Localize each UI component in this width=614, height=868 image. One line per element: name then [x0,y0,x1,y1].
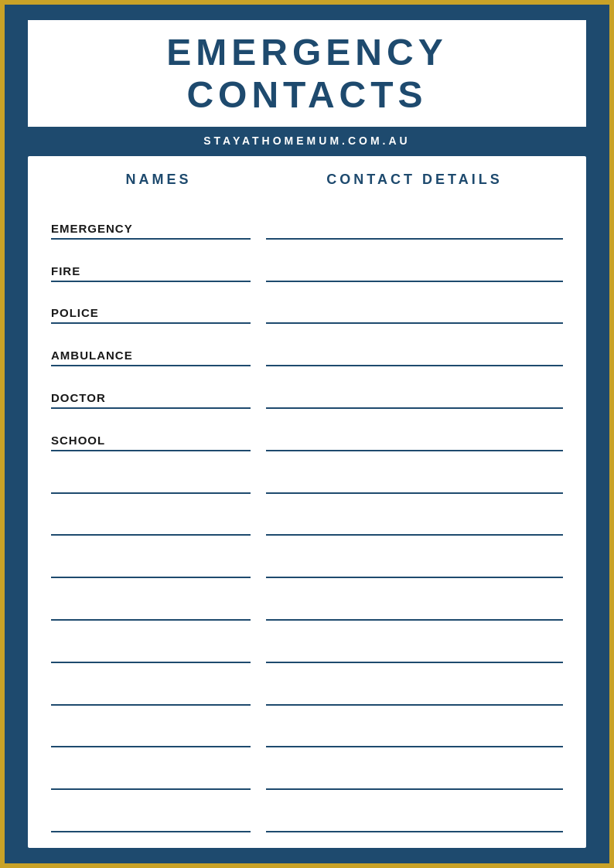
name-underline [51,831,251,832]
col-names-header: NAMES [51,172,266,188]
page-title: EMERGENCY CONTACTS [166,32,447,115]
subtitle: STAYATHOMEMUM.COM.AU [203,134,410,147]
name-cell: EMERGENCY [51,222,266,240]
name-cell: POLICE [51,306,266,324]
contact-row [51,451,563,494]
title-box: EMERGENCY CONTACTS [28,20,586,127]
name-cell: SCHOOL [51,434,266,451]
name-cell: AMBULANCE [51,349,266,366]
name-cell: FIRE [51,264,266,282]
contact-row [51,706,563,748]
column-headers: NAMES CONTACT DETAILS [51,172,563,191]
main-card: NAMES CONTACT DETAILS EMERGENCYFIREPOLIC… [28,156,586,848]
contact-row [51,663,563,706]
contact-row: DOCTOR [51,366,563,409]
contact-row [51,494,563,536]
name-label: FIRE [51,264,251,277]
name-label: POLICE [51,306,251,319]
contact-row [51,747,563,790]
name-cell [51,831,266,832]
name-cell: DOCTOR [51,391,266,409]
name-label: DOCTOR [51,391,251,404]
contact-row: FIRE [51,240,563,282]
contact-row: AMBULANCE [51,324,563,366]
name-label: AMBULANCE [51,349,251,362]
contact-row: EMERGENCY [51,197,563,240]
page-container: EMERGENCY CONTACTS STAYATHOMEMUM.COM.AU … [0,0,614,868]
contact-row [51,790,563,832]
contact-row [51,578,563,621]
col-details-header: CONTACT DETAILS [266,172,563,188]
contact-row [51,621,563,663]
detail-cell [266,831,563,832]
name-label: EMERGENCY [51,222,251,235]
contact-row: SCHOOL [51,409,563,451]
contact-row: POLICE [51,282,563,325]
rows-container: EMERGENCYFIREPOLICEAMBULANCEDOCTORSCHOOL [51,197,563,832]
name-label: SCHOOL [51,434,251,447]
detail-underline [266,831,563,832]
contact-row [51,536,563,578]
